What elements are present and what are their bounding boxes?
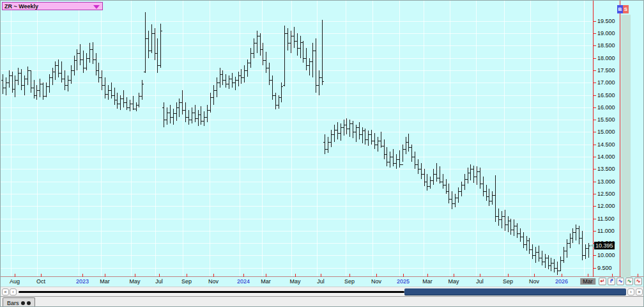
date-axis-label: 2023 xyxy=(76,278,89,285)
buy-button[interactable]: B xyxy=(617,5,623,13)
ohlc-bar xyxy=(274,93,277,109)
tab-bars-label: Bars xyxy=(7,300,19,306)
ohlc-bar xyxy=(516,223,519,238)
date-axis-tick xyxy=(403,274,404,277)
ohlc-bar xyxy=(299,36,302,58)
ohlc-bar xyxy=(361,127,364,143)
ohlc-bar xyxy=(373,133,376,149)
price-axis-tick xyxy=(593,145,596,145)
price-axis-label: 11.500 xyxy=(597,216,618,222)
ohlc-bar xyxy=(311,43,314,77)
red-bent-arrow-button[interactable]: ↵ xyxy=(599,278,606,285)
date-axis-tick xyxy=(159,274,160,277)
ohlc-bar xyxy=(379,132,383,148)
red-zigzag-button[interactable]: ∿ xyxy=(634,278,642,285)
ohlc-bar xyxy=(355,125,358,142)
price-chart[interactable] xyxy=(1,1,593,277)
ohlc-bar xyxy=(398,150,401,168)
price-axis-label: 19.000 xyxy=(597,30,618,36)
blue-bent-arrow-button[interactable]: ↱ xyxy=(608,278,615,285)
price-axis-label: 11.000 xyxy=(597,228,618,234)
ohlc-bar xyxy=(485,185,488,201)
date-axis-label: Oct xyxy=(36,278,45,285)
ohlc-bar xyxy=(227,75,231,89)
date-axis-label: May xyxy=(289,278,300,285)
ohlc-bar xyxy=(469,164,472,180)
date-axis-tick xyxy=(588,274,588,277)
ohlc-bar xyxy=(26,67,29,85)
price-axis-label: 18.000 xyxy=(597,55,618,61)
ohlc-bar xyxy=(268,63,271,85)
ohlc-bar xyxy=(308,58,311,75)
ohlc-bar xyxy=(147,31,150,58)
ohlc-bar xyxy=(60,61,63,83)
ohlc-bar xyxy=(401,145,404,165)
ohlc-bar xyxy=(261,43,264,65)
price-axis-label: 18.500 xyxy=(597,42,618,49)
ohlc-bar xyxy=(571,228,574,243)
green-zigzag-button[interactable]: ∿ xyxy=(625,278,633,285)
ohlc-bar xyxy=(534,247,537,263)
chevron-down-icon[interactable] xyxy=(93,5,100,9)
ohlc-bar xyxy=(122,90,125,107)
ohlc-bar xyxy=(358,122,361,139)
scrollbar-track-range[interactable] xyxy=(19,291,404,293)
ohlc-bar xyxy=(466,168,470,184)
scroll-right-button[interactable]: › xyxy=(627,288,634,295)
sell-button[interactable]: S xyxy=(623,5,629,13)
ohlc-bar xyxy=(305,48,308,70)
ohlc-bar xyxy=(553,259,556,272)
date-axis-tick xyxy=(638,274,638,277)
ohlc-bar xyxy=(395,154,398,169)
scroll-left-button[interactable]: ‹ xyxy=(10,288,17,295)
date-axis-tick xyxy=(454,274,454,277)
ohlc-bar xyxy=(423,169,426,186)
price-axis-label: 13.000 xyxy=(597,178,618,185)
ohlc-bar xyxy=(569,233,572,248)
ohlc-bar xyxy=(234,77,237,90)
ohlc-bar xyxy=(383,139,386,159)
price-axis-tick xyxy=(593,157,596,157)
scroll-far-left-button[interactable]: « xyxy=(2,288,9,295)
price-axis-tick xyxy=(593,169,596,169)
symbol-timeframe-label: ZR ~ Weekly xyxy=(4,3,38,10)
ohlc-bar xyxy=(333,125,336,142)
date-axis-tick xyxy=(135,274,135,277)
ohlc-bar xyxy=(507,216,510,232)
scroll-far-right-button[interactable]: » xyxy=(636,288,643,295)
ohlc-bar xyxy=(4,77,8,95)
blue-zigzag-button[interactable]: ∿ xyxy=(617,278,624,285)
ohlc-bar xyxy=(491,191,494,205)
ohlc-bar xyxy=(559,256,562,271)
ohlc-bar xyxy=(13,75,17,98)
date-axis-label: Mar xyxy=(261,278,271,285)
ohlc-bar xyxy=(413,152,417,169)
ohlc-bar xyxy=(249,48,252,68)
ohlc-bar xyxy=(549,258,553,271)
ohlc-bar xyxy=(246,59,249,77)
date-axis-tick xyxy=(349,274,350,277)
right-margin-column xyxy=(621,15,631,278)
ohlc-bar xyxy=(156,38,159,73)
horizontal-scrollbar: « ‹ › » xyxy=(1,287,644,297)
ohlc-bar xyxy=(441,174,445,189)
ohlc-bar xyxy=(376,137,379,152)
ohlc-bar xyxy=(1,74,4,94)
ohlc-bar xyxy=(293,27,296,48)
ohlc-bar xyxy=(302,41,305,63)
ohlc-bar xyxy=(194,105,197,122)
ohlc-bar xyxy=(42,83,45,100)
tab-bars[interactable]: Bars xyxy=(3,297,35,307)
date-axis-tick xyxy=(508,274,509,277)
scrollbar-thumb[interactable] xyxy=(404,288,626,295)
price-axis-tick xyxy=(593,268,596,269)
symbol-timeframe-dropdown[interactable]: ZR ~ Weekly xyxy=(2,2,103,10)
ohlc-bar xyxy=(66,75,70,91)
price-axis-label: 19.500 xyxy=(597,18,618,24)
ohlc-bar xyxy=(342,120,346,136)
ohlc-bar xyxy=(323,134,326,154)
ohlc-bar xyxy=(107,85,110,100)
ohlc-bar xyxy=(388,152,392,168)
date-axis-label: Aug xyxy=(10,278,20,285)
ohlc-bar xyxy=(420,163,423,179)
